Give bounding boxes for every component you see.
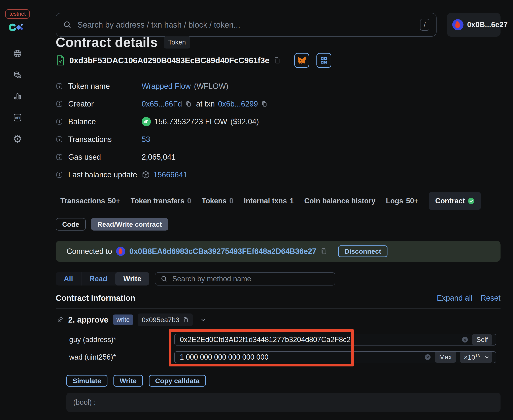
contract-info-grid: Token name Wrapped Flow (WFLOW) Creator … (56, 82, 268, 179)
connected-avatar (116, 247, 125, 256)
transactions-count-link[interactable]: 53 (142, 135, 150, 144)
token-type-badge: Token (164, 36, 190, 49)
info-label-last-balance-update: Last balance update (56, 171, 142, 179)
tab-internal-txns[interactable]: Internal txns1 (244, 197, 294, 205)
tab-logs[interactable]: Logs50+ (386, 197, 418, 205)
multiplier-dropdown[interactable]: ×1018 (460, 352, 492, 363)
creation-txn-link[interactable]: 0x6b...6299 (218, 100, 258, 108)
connected-banner: Connected to 0x0B8EA6d6983cCBa39275493FE… (56, 241, 500, 262)
info-value-balance: 156.73532723 FLOW ($92.04) (142, 117, 268, 126)
info-icon (56, 100, 63, 107)
field-label-wad: wad (uint256)* (56, 353, 174, 361)
method-type-badge: write (113, 315, 133, 325)
guy-address-input-wrap: Self (174, 334, 496, 345)
token-symbol: (WFLOW) (194, 82, 228, 90)
add-to-metamask-button[interactable] (294, 53, 309, 68)
block-number-link[interactable]: 15666641 (153, 171, 187, 179)
wallet-avatar (452, 19, 463, 30)
wallet-button[interactable]: 0x0B...6e27 (447, 13, 500, 37)
contract-address: 0xd3bF53DAC106A0290B0483EcBC89d40FcC961f… (69, 56, 269, 65)
tab-contract[interactable]: Contract (429, 192, 481, 210)
info-label-token-name: Token name (56, 82, 142, 90)
copy-txn-icon[interactable] (261, 101, 268, 107)
network-badge: testnet (5, 9, 29, 19)
copy-address-icon[interactable] (273, 57, 281, 64)
clear-input-icon[interactable] (462, 336, 468, 343)
info-value-last-balance-update: 15666641 (142, 171, 268, 179)
method-name: 2. approve (68, 315, 109, 324)
method-output-panel: (bool) : (66, 393, 500, 412)
search-shortcut-key: / (420, 19, 429, 30)
wad-amount-input-wrap: Max ×1018 (174, 351, 496, 363)
info-value-creator: 0x65...66Fd at txn 0x6b...6299 (142, 100, 268, 108)
section-title: Contract information (56, 293, 135, 303)
output-bool-label: (bool) : (73, 398, 96, 406)
wad-amount-input[interactable] (179, 353, 421, 362)
method-search-input[interactable] (172, 274, 330, 283)
anchor-link-icon[interactable] (57, 316, 64, 323)
copy-connected-address-icon[interactable] (321, 248, 327, 255)
connected-address-link[interactable]: 0x0B8EA6d6983cCBa39275493FEf648a2D64B36e… (129, 247, 316, 256)
wallet-address-short: 0x0B...6e27 (467, 21, 508, 29)
contract-address-row: 0xd3bF53DAC106A0290B0483EcBC89d40FcC961f… (56, 53, 331, 68)
sidebar-nav: API ⚙ (13, 49, 22, 143)
info-label-creator: Creator (56, 100, 142, 108)
info-icon (56, 118, 63, 125)
read-write-contract-tab-button[interactable]: Read/Write contract (91, 218, 169, 231)
copy-calldata-button[interactable]: Copy calldata (149, 375, 206, 387)
filter-read[interactable]: Read (81, 272, 115, 285)
api-icon[interactable]: API (13, 113, 22, 122)
copy-selector-icon[interactable] (183, 317, 189, 323)
field-row-guy: guy (address)* Self (56, 334, 500, 345)
disconnect-button[interactable]: Disconnect (338, 245, 388, 257)
field-row-wad: wad (uint256)* Max ×1018 (56, 351, 500, 363)
write-button[interactable]: Write (113, 375, 143, 387)
qr-code-button[interactable] (316, 53, 331, 68)
filter-write[interactable]: Write (115, 272, 149, 285)
clear-input-icon[interactable] (424, 354, 431, 360)
tab-coin-balance-history[interactable]: Coin balance history (304, 197, 375, 205)
divider (56, 308, 500, 309)
token-link[interactable]: Wrapped Flow (142, 82, 191, 90)
field-label-guy: guy (address)* (56, 335, 174, 344)
stats-icon[interactable] (13, 92, 22, 101)
expand-all-link[interactable]: Expand all (437, 294, 472, 302)
tab-transactions[interactable]: Transactions50+ (60, 197, 120, 205)
contract-details-page: testnet (0, 0, 513, 420)
tokens-icon[interactable] (13, 70, 22, 80)
flow-token-icon (142, 117, 151, 126)
methods-toolbar: All Read Write (56, 272, 335, 285)
tab-tokens[interactable]: Tokens0 (202, 197, 233, 205)
gear-icon[interactable]: ⚙ (13, 134, 22, 143)
simulate-button[interactable]: Simulate (66, 375, 107, 387)
page-title: Contract details (56, 35, 158, 50)
svg-text:API: API (15, 116, 20, 120)
filter-all[interactable]: All (56, 272, 81, 285)
search-icon (161, 275, 168, 283)
creator-address-link[interactable]: 0x65...66Fd (142, 100, 182, 108)
chevron-down-icon[interactable] (200, 316, 206, 323)
code-tab-button[interactable]: Code (56, 218, 86, 231)
max-button[interactable]: Max (435, 352, 456, 363)
method-search[interactable] (155, 272, 335, 285)
info-icon (56, 136, 63, 143)
address-tabs: Transactions50+ Token transfers0 Tokens0… (60, 192, 481, 210)
page-header: Contract details Token (56, 32, 190, 52)
method-approve-row[interactable]: 2. approve write 0x095ea7b3 (57, 313, 206, 326)
info-value-token-name: Wrapped Flow (WFLOW) (142, 82, 268, 90)
contract-information-header: Contract information Expand all Reset (56, 293, 500, 303)
self-button[interactable]: Self (472, 334, 492, 345)
tab-token-transfers[interactable]: Token transfers0 (131, 197, 191, 205)
contract-subtabs: Code Read/Write contract (56, 218, 169, 231)
info-icon (56, 153, 63, 161)
sidebar: testnet (0, 0, 35, 420)
network-globe-icon[interactable] (13, 49, 22, 58)
info-label-balance: Balance (56, 117, 142, 126)
method-fields: guy (address)* Self wad (uint256)* Max (56, 334, 500, 369)
copy-creator-icon[interactable] (185, 101, 192, 107)
guy-address-input[interactable] (179, 335, 458, 344)
search-input[interactable] (77, 20, 415, 30)
reset-link[interactable]: Reset (481, 294, 500, 302)
app-logo-icon[interactable] (8, 23, 27, 32)
search-icon (63, 20, 72, 29)
